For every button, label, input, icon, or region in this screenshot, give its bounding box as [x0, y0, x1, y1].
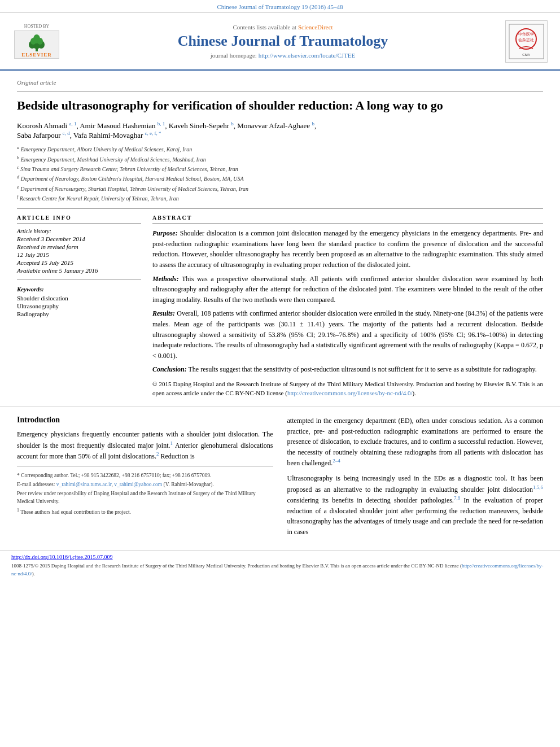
- journal-title-center: Contents lists available at ScienceDirec…: [62, 24, 504, 59]
- available-date: Available online 5 January 2016: [17, 267, 141, 274]
- affiliation-b: b Emergency Department, Mashhad Universi…: [17, 155, 543, 164]
- received-date: Received 3 December 2014: [17, 235, 141, 242]
- body-section: Introduction Emergency physicians freque…: [0, 407, 560, 551]
- elsevier-tree-icon: [25, 32, 48, 52]
- methods-text: This was a prospective observational stu…: [152, 275, 543, 304]
- purpose-label: Purpose:: [152, 229, 178, 237]
- svg-text:中华医学: 中华医学: [518, 32, 534, 36]
- bottom-copyright-text: 1008-1275/© 2015 Daping Hospital and the…: [11, 562, 549, 578]
- peer-review-note: Peer review under responsibility of Dapi…: [17, 490, 273, 506]
- sciencedirect-anchor[interactable]: ScienceDirect: [298, 24, 333, 30]
- equal-contribution-note: 1 These authors had equal contribution t…: [17, 507, 273, 516]
- journal-homepage: journal homepage: http://www.elsevier.co…: [62, 52, 504, 59]
- footnotes: * Corresponding author. Tel.; +98 915 34…: [17, 471, 273, 516]
- body-two-column: Introduction Emergency physicians freque…: [17, 416, 543, 542]
- abstract-methods: Methods: This was a prospective observat…: [152, 274, 543, 305]
- keyword-2: Ultrasonography: [17, 303, 141, 309]
- cma-emblem-icon: 中华医学 会杂志社 CMA: [508, 23, 545, 60]
- bottom-license-link[interactable]: http://creativecommons.org/licenses/by-n…: [11, 563, 544, 576]
- corresponding-note: * Corresponding author. Tel.; +98 915 34…: [17, 471, 273, 479]
- hosted-by-label: HOSTED BY: [24, 24, 50, 29]
- purpose-text: Shoulder dislocation is a common joint d…: [152, 229, 543, 269]
- abstract-results: Results: Overall, 108 patients with conf…: [152, 308, 543, 361]
- sciencedirect-link: Contents lists available at ScienceDirec…: [62, 24, 504, 30]
- article-container: Original article Bedside ultrasonography…: [0, 71, 560, 407]
- elsevier-wordmark: ELSEVIER: [21, 52, 52, 58]
- svg-text:CMA: CMA: [522, 53, 530, 56]
- doi-anchor[interactable]: http://dx.doi.org/10.1016/j.cjtee.2015.0…: [11, 554, 113, 560]
- affiliation-f: f Research Centre for Neural Repair, Uni…: [17, 194, 543, 203]
- abstract-text: Purpose: Shoulder dislocation is a commo…: [152, 228, 543, 398]
- affiliation-c: c Sina Trauma and Surgery Research Cente…: [17, 164, 543, 173]
- article-history: Article history: Received 3 December 201…: [17, 228, 141, 274]
- body-right-column: attempted in the emergency department (E…: [287, 416, 544, 542]
- methods-label: Methods:: [152, 275, 179, 283]
- body-left-column: Introduction Emergency physicians freque…: [17, 416, 273, 542]
- svg-point-5: [30, 38, 36, 45]
- article-title: Bedside ultrasonography for verification…: [17, 98, 543, 114]
- revised-label: Received in revised form: [17, 243, 141, 250]
- history-label: Article history:: [17, 228, 141, 234]
- results-label: Results:: [152, 309, 175, 317]
- top-citation-bar: Chinese Journal of Traumatology 19 (2016…: [0, 0, 560, 13]
- article-type-label: Original article: [17, 79, 543, 86]
- bottom-bar: http://dx.doi.org/10.1016/j.cjtee.2015.0…: [0, 550, 560, 581]
- cc-license-link[interactable]: http://creativecommons.org/licenses/by-n…: [287, 390, 413, 396]
- abstract-column: ABSTRACT Purpose: Shoulder dislocation i…: [152, 215, 543, 398]
- keywords-section: Keywords: Shoulder dislocation Ultrasono…: [17, 286, 141, 317]
- authors-line: Koorosh Ahmadi a, 1, Amir Masoud Hashemi…: [17, 121, 543, 141]
- conclusion-text: The results suggest that the sensitivity…: [188, 365, 536, 373]
- elsevier-logo: HOSTED BY ELSEVIER: [11, 24, 62, 59]
- abstract-copyright: © 2015 Daping Hospital and the Research …: [152, 379, 543, 398]
- accepted-date: Accepted 15 July 2015: [17, 259, 141, 266]
- intro-paragraph-2: attempted in the emergency department (E…: [287, 416, 544, 538]
- keywords-list: Shoulder dislocation Ultrasonography Rad…: [17, 295, 141, 317]
- results-text: Overall, 108 patients with confirmed ant…: [152, 309, 543, 359]
- keyword-3: Radiography: [17, 311, 141, 317]
- abstract-conclusion: Conclusion: The results suggest that the…: [152, 364, 543, 375]
- affiliations: a Emergency Department, Alborz Universit…: [17, 145, 543, 203]
- affiliation-a: a Emergency Department, Alborz Universit…: [17, 145, 543, 154]
- keywords-label: Keywords:: [17, 286, 141, 292]
- article-info-header: ARTICLE INFO: [17, 215, 141, 224]
- email-link-1[interactable]: v_rahimi@sina.tums.ac.ir: [56, 482, 112, 487]
- abstract-header: ABSTRACT: [152, 215, 543, 224]
- article-info-abstract-section: ARTICLE INFO Article history: Received 3…: [17, 215, 543, 398]
- abstract-purpose: Purpose: Shoulder dislocation is a commo…: [152, 228, 543, 270]
- revised-date: 12 July 2015: [17, 251, 141, 258]
- svg-point-6: [37, 38, 43, 45]
- svg-text:会杂志社: 会杂志社: [518, 38, 534, 42]
- article-info-column: ARTICLE INFO Article history: Received 3…: [17, 215, 141, 398]
- doi-link: http://dx.doi.org/10.1016/j.cjtee.2015.0…: [11, 554, 549, 560]
- keyword-1: Shoulder dislocation: [17, 295, 141, 302]
- introduction-heading: Introduction: [17, 416, 273, 425]
- conclusion-label: Conclusion:: [152, 365, 187, 373]
- email-note: E-mail addresses: v_rahimi@sina.tums.ac.…: [17, 480, 273, 488]
- affiliation-e: e Department of Neurosurgery, Shariati H…: [17, 184, 543, 193]
- cma-logo: 中华医学 会杂志社 CMA: [504, 19, 549, 64]
- intro-paragraph-1: Emergency physicians frequently encounte…: [17, 429, 273, 462]
- email-link-2[interactable]: v_rahimi@yahoo.com: [114, 482, 162, 487]
- elsevier-logo-box: ELSEVIER: [14, 30, 59, 59]
- cma-logo-box: 中华医学 会杂志社 CMA: [505, 20, 548, 63]
- affiliation-d: d Department of Neurology, Boston Childr…: [17, 174, 543, 183]
- homepage-link[interactable]: http://www.elsevier.com/locate/CJTEE: [259, 52, 356, 59]
- journal-header: HOSTED BY ELSEVIER Contents lists availa…: [0, 13, 560, 71]
- citation-text: Chinese Journal of Traumatology 19 (2016…: [217, 3, 343, 10]
- journal-name: Chinese Journal of Traumatology: [62, 33, 504, 50]
